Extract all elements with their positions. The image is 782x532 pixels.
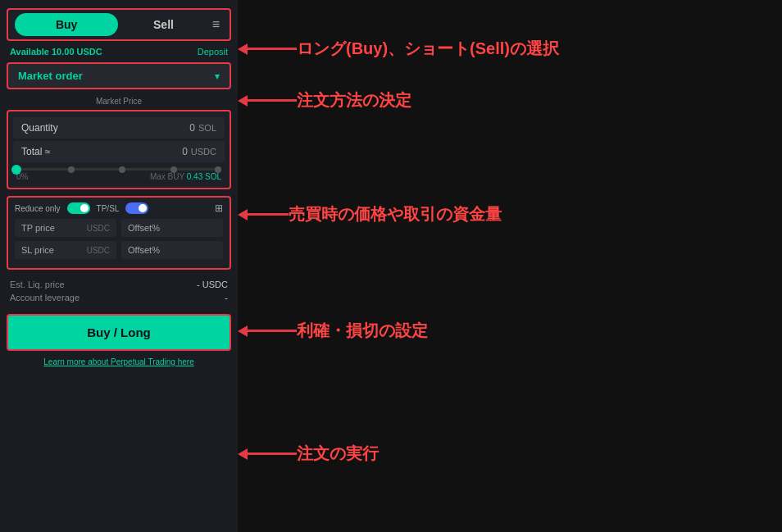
market-order-dropdown[interactable]: Market order ▾ [7, 62, 231, 89]
tpsl-section: Reduce only TP/SL ⊞ TP price USDC Offset… [7, 196, 231, 270]
reduce-only-label: Reduce only [15, 204, 61, 213]
market-order-label: Market order [18, 70, 83, 82]
sell-button[interactable]: Sell [118, 13, 208, 36]
sl-price-field[interactable]: SL price USDC [15, 241, 116, 259]
main-container: Buy Sell ≡ Available 10.00 USDC Deposit … [0, 0, 782, 532]
annotation1-text: ロング(Buy)、ショート(Sell)の選択 [297, 38, 559, 60]
annotation4-text: 利確・損切の設定 [297, 320, 428, 342]
tpsl-toggle[interactable] [125, 202, 148, 214]
slider-pct-row: 0% Max BUY 0.43 SOL [8, 172, 230, 184]
annotation-tpsl: 利確・損切の設定 [238, 320, 428, 342]
sl-row: SL price USDC Offset% [15, 241, 223, 259]
quantity-total-section: Quantity 0 SOL Total ≈ 0 USDC [7, 110, 231, 189]
slider-thumb [11, 165, 21, 175]
slider-node-100 [215, 166, 221, 173]
account-leverage-value: - [225, 293, 228, 302]
annotation-buy-sell: ロング(Buy)、ショート(Sell)の選択 [238, 38, 559, 60]
arrow1-head [238, 43, 248, 55]
est-liq-value: - USDC [197, 280, 228, 289]
quantity-row[interactable]: Quantity 0 SOL [13, 117, 225, 139]
tp-price-field[interactable]: TP price USDC [15, 219, 116, 237]
slider-node-25 [68, 166, 75, 173]
sl-price-label: SL price [21, 245, 54, 255]
tp-price-label: TP price [21, 223, 55, 233]
tp-price-unit: USDC [87, 224, 110, 233]
buy-sell-section: Buy Sell ≡ [7, 8, 231, 41]
quantity-value: 0 SOL [189, 122, 216, 134]
est-section: Est. Liq. price - USDC Account leverage … [0, 273, 238, 309]
arrow3-head [238, 209, 248, 221]
arrow5-line [248, 452, 297, 455]
annotation-buy-long: 注文の実行 [238, 443, 379, 465]
annotation-market-order: 注文方法の決定 [238, 89, 411, 111]
arrow5-head [238, 448, 248, 460]
learn-more-link[interactable]: Learn more about Perpetual Trading here [0, 356, 238, 371]
buy-button[interactable]: Buy [15, 13, 118, 36]
tpsl-label: TP/SL [97, 204, 120, 213]
total-row[interactable]: Total ≈ 0 USDC [13, 141, 225, 162]
tp-row: TP price USDC Offset% [15, 219, 223, 237]
est-liq-label: Est. Liq. price [10, 280, 65, 289]
menu-icon[interactable]: ≡ [209, 16, 223, 34]
tp-offset-label: Offset% [128, 223, 160, 233]
right-panel: ロング(Buy)、ショート(Sell)の選択 注文方法の決定 売買時の価格や取引… [238, 0, 782, 532]
annotation2-text: 注文方法の決定 [297, 89, 411, 111]
annotation5-text: 注文の実行 [297, 443, 379, 465]
arrow2-head [238, 95, 248, 107]
chevron-down-icon: ▾ [215, 70, 220, 82]
arrow4-head [238, 325, 248, 337]
account-leverage-label: Account leverage [10, 293, 80, 302]
percentage-slider[interactable] [8, 165, 230, 172]
slider-node-50 [119, 166, 125, 173]
sl-offset-field[interactable]: Offset% [121, 241, 223, 259]
reduce-only-toggle[interactable] [67, 202, 90, 214]
arrow1-line [248, 48, 297, 50]
max-buy-label: Max BUY 0.43 SOL [150, 172, 221, 181]
sl-price-unit: USDC [87, 246, 110, 255]
total-value: 0 USDC [182, 146, 216, 157]
est-liq-row: Est. Liq. price - USDC [10, 278, 228, 291]
tp-offset-field[interactable]: Offset% [121, 219, 223, 237]
arrow3-line [248, 213, 289, 216]
buy-long-button[interactable]: Buy / Long [7, 314, 231, 351]
sl-offset-label: Offset% [128, 245, 160, 255]
slider-node-75 [170, 166, 177, 173]
arrow4-line [248, 330, 297, 332]
available-row: Available 10.00 USDC Deposit [0, 44, 238, 59]
tpsl-header: Reduce only TP/SL ⊞ [15, 202, 223, 214]
market-price-label: Market Price [0, 94, 238, 107]
annotation-qty-total: 売買時の価格や取引の資金量 [238, 203, 502, 225]
deposit-link[interactable]: Deposit [198, 47, 228, 57]
quantity-label: Quantity [21, 122, 58, 134]
left-panel: Buy Sell ≡ Available 10.00 USDC Deposit … [0, 0, 238, 532]
account-leverage-row: Account leverage - [10, 291, 228, 304]
slider-track [16, 168, 221, 171]
arrow2-line [248, 99, 297, 102]
total-label: Total ≈ [21, 146, 50, 157]
available-label: Available 10.00 USDC [10, 47, 102, 57]
annotation3-text: 売買時の価格や取引の資金量 [289, 203, 502, 225]
filter-icon[interactable]: ⊞ [215, 202, 223, 214]
